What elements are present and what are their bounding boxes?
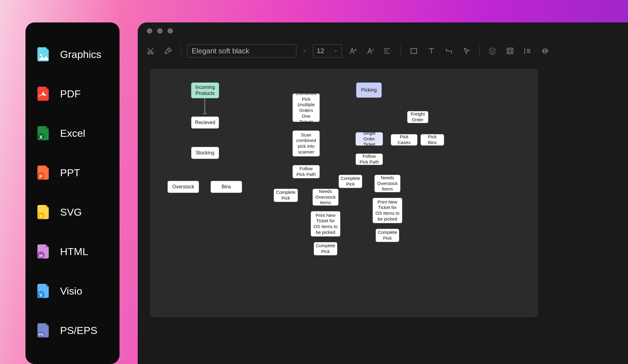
node-label: Follow Pick Path xyxy=(358,153,380,165)
group-button[interactable] xyxy=(503,44,517,58)
align-button[interactable] xyxy=(381,44,395,58)
sidebar-item-label: SVG xyxy=(60,206,82,218)
html-icon: H xyxy=(35,243,52,260)
pseps-icon: PS xyxy=(35,322,52,339)
node-label: Bins xyxy=(221,184,231,190)
node-label: Complete Pick xyxy=(316,243,335,254)
svg-rect-17 xyxy=(508,49,511,52)
format-painter-button[interactable] xyxy=(161,44,175,58)
text-tool-button[interactable] xyxy=(425,44,438,58)
node-follow-path-2[interactable]: Follow Pick Path xyxy=(356,153,383,165)
svg-rect-15 xyxy=(411,49,417,53)
font-family-value: Elegant soft black xyxy=(192,47,249,55)
node-label: Single Order Ticket xyxy=(358,130,380,147)
node-print-ticket-2[interactable]: Print New Ticket for OS Items to be pick… xyxy=(373,198,402,223)
sidebar-item-label: PDF xyxy=(60,88,81,100)
cut-button[interactable] xyxy=(144,44,157,58)
node-follow-path-1[interactable]: Follow Pick Path xyxy=(292,165,320,178)
traffic-light-zoom[interactable] xyxy=(167,28,173,34)
svg-text:H: H xyxy=(39,253,43,258)
font-family-dropdown-icon[interactable] xyxy=(301,44,309,58)
graphics-icon xyxy=(35,46,52,63)
node-needs-overstock-1[interactable]: Needs Overstock Items xyxy=(312,189,339,206)
visio-icon: V xyxy=(35,282,52,299)
node-label: Complete Pick xyxy=(341,176,360,187)
toolbar: Elegant soft black 12 xyxy=(138,39,628,62)
font-size-select[interactable]: 12 xyxy=(313,44,342,58)
flip-button[interactable] xyxy=(539,44,552,58)
node-bins[interactable]: Bins xyxy=(211,181,242,193)
node-complete-pick-2[interactable]: Complete Pick xyxy=(339,175,362,188)
node-label: Incoming Products xyxy=(194,84,216,96)
sidebar-item-label: Excel xyxy=(60,127,85,139)
node-label: Follow Pick Path xyxy=(295,166,317,177)
ppt-icon: P xyxy=(35,164,52,181)
node-label: Pick Cases xyxy=(393,134,415,146)
node-stocking[interactable]: Stocking xyxy=(191,147,219,159)
node-label: Print New Ticket for OS Items to be pick… xyxy=(375,199,400,222)
increase-font-button[interactable] xyxy=(346,44,360,58)
node-complete-pick-1[interactable]: Complete Pick xyxy=(274,189,298,202)
node-label: Complete Pick xyxy=(378,230,397,241)
node-complete-pick-1b[interactable]: Complete Pick xyxy=(314,242,337,255)
svg-text:X: X xyxy=(39,134,43,140)
node-label: Scan combined pick into scanner xyxy=(295,132,317,155)
svg-text:P: P xyxy=(39,174,43,179)
svg-text:PS: PS xyxy=(39,332,43,336)
sidebar-item-excel[interactable]: X Excel xyxy=(35,113,110,153)
excel-icon: X xyxy=(35,125,52,142)
sidebar-item-pdf[interactable]: PDF xyxy=(35,74,110,113)
sidebar-item-pseps[interactable]: PS PS/EPS xyxy=(35,311,110,350)
layers-button[interactable] xyxy=(486,44,499,58)
export-sidebar: Graphics PDF X Excel P PPT S SVG xyxy=(25,22,120,364)
node-label: Needs Overstock Items xyxy=(377,175,398,192)
node-pick-bins[interactable]: Pick Bins xyxy=(420,134,444,146)
decrease-font-button[interactable] xyxy=(364,44,377,58)
font-family-select[interactable]: Elegant soft black xyxy=(187,44,296,58)
svg-text:S: S xyxy=(39,214,42,219)
node-overstock[interactable]: Overstock xyxy=(167,181,199,193)
node-complete-pick-2b[interactable]: Complete Pick xyxy=(376,229,399,242)
sidebar-item-label: PS/EPS xyxy=(60,325,97,336)
svg-point-0 xyxy=(40,54,42,56)
node-label: Picking xyxy=(361,87,377,93)
sidebar-item-label: HTML xyxy=(60,246,88,258)
node-combined-pick[interactable]: Combined Pick (multiple Orders One Ticke… xyxy=(292,93,320,122)
node-label: Complete Pick xyxy=(276,190,295,201)
node-label: Stocking xyxy=(196,150,214,156)
svg-icon: S xyxy=(35,204,52,221)
node-scan-combined[interactable]: Scan combined pick into scanner xyxy=(292,130,320,157)
editor-window: Elegant soft black 12 xyxy=(138,22,628,364)
traffic-light-close[interactable] xyxy=(147,28,152,34)
node-received[interactable]: Recieved xyxy=(191,116,219,129)
pointer-button[interactable] xyxy=(460,44,473,58)
sidebar-item-visio[interactable]: V Visio xyxy=(35,271,110,311)
sidebar-item-label: Visio xyxy=(60,285,82,297)
svg-text:V: V xyxy=(39,292,43,298)
connector-button[interactable] xyxy=(442,44,456,58)
node-label: Freight Order xyxy=(410,111,426,123)
sidebar-item-label: PPT xyxy=(60,167,80,179)
node-pick-cases[interactable]: Pick Cases xyxy=(391,134,417,146)
node-incoming-products[interactable]: Incoming Products xyxy=(191,83,219,98)
distribute-button[interactable] xyxy=(521,44,534,58)
node-single-order[interactable]: Single Order Ticket xyxy=(356,132,383,146)
separator xyxy=(181,45,181,57)
window-titlebar xyxy=(138,22,628,39)
node-picking[interactable]: Picking xyxy=(356,83,382,98)
diagram-canvas[interactable]: Incoming Products Recieved Stocking Over… xyxy=(150,69,538,317)
node-label: Recieved xyxy=(195,120,215,126)
node-freight-order[interactable]: Freight Order xyxy=(407,111,428,123)
sidebar-item-label: Graphics xyxy=(60,49,101,60)
font-size-value: 12 xyxy=(317,47,324,55)
sidebar-item-ppt[interactable]: P PPT xyxy=(35,153,110,192)
node-print-ticket-1[interactable]: Print New Ticket for OS Items to be pick… xyxy=(311,211,340,237)
node-label: Needs Overstock Items xyxy=(315,189,336,206)
sidebar-item-svg[interactable]: S SVG xyxy=(35,192,110,232)
node-needs-overstock-2[interactable]: Needs Overstock Items xyxy=(374,175,400,192)
sidebar-item-html[interactable]: H HTML xyxy=(35,232,110,271)
shape-rect-button[interactable] xyxy=(407,44,420,58)
sidebar-item-graphics[interactable]: Graphics xyxy=(35,35,110,74)
traffic-light-minimize[interactable] xyxy=(157,28,163,34)
node-label: Overstock xyxy=(172,184,194,190)
